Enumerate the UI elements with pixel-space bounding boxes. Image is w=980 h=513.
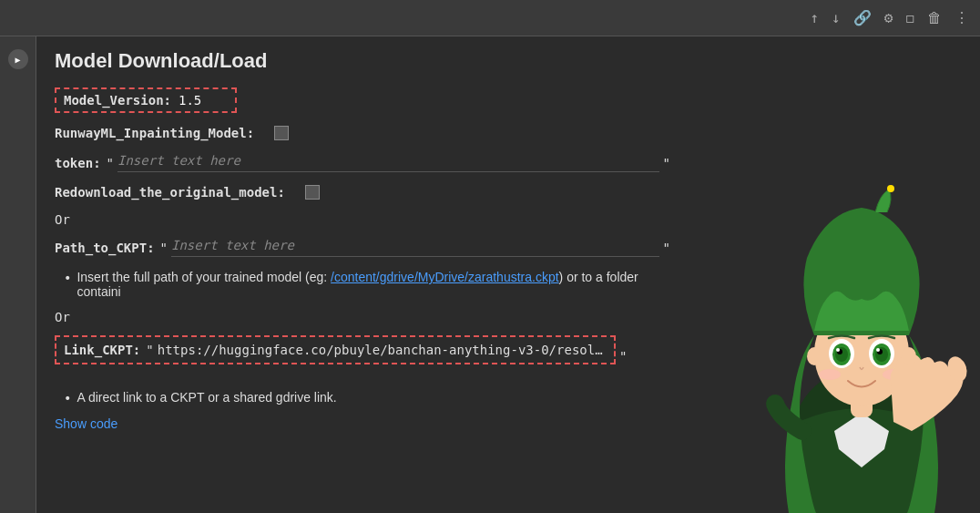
or-text-2: Or xyxy=(55,310,670,324)
page-title: Model Download/Load xyxy=(55,49,670,73)
token-input-area: Insert text here xyxy=(117,153,659,172)
bullet-dot-2: • xyxy=(64,391,71,405)
runway-label: RunwayML_Inpainting_Model: xyxy=(55,126,254,140)
link-icon[interactable]: 🔗 xyxy=(853,9,872,26)
model-version-row: Model_Version: 1.5 ▼ xyxy=(55,87,670,113)
more-options-icon[interactable]: ⋮ xyxy=(954,9,969,26)
gear-icon[interactable]: ⚙ xyxy=(884,9,893,26)
top-toolbar: ↑ ↓ 🔗 ⚙ ◻ 🗑 ⋮ xyxy=(0,0,980,36)
path-input-area: Insert text here xyxy=(171,238,659,257)
bullet-text-2: A direct link to a CKPT or a shared gdri… xyxy=(77,390,336,405)
path-input[interactable]: Insert text here xyxy=(171,238,659,252)
arrow-down-icon[interactable]: ↓ xyxy=(832,9,841,26)
anime-character xyxy=(743,185,980,513)
ckpt-quote-start: " xyxy=(146,343,153,357)
token-label: token: xyxy=(55,156,101,170)
token-row: token: " Insert text here " xyxy=(55,153,670,172)
svg-point-17 xyxy=(807,347,822,365)
link-ckpt-box: Link_CKPT: " https://huggingface.co/pbuy… xyxy=(55,335,616,364)
bullet-dot-1: • xyxy=(64,271,71,285)
path-ckpt-row: Path_to_CKPT: " Insert text here " xyxy=(55,238,670,257)
link-ckpt-value[interactable]: https://huggingface.co/pbuyle/banchan-an… xyxy=(158,343,607,357)
svg-point-18 xyxy=(902,347,916,365)
arrow-up-icon[interactable]: ↑ xyxy=(810,9,819,26)
svg-point-13 xyxy=(876,348,880,352)
bullet-text-1: Insert the full path of your trained mod… xyxy=(77,270,670,299)
trash-icon[interactable]: 🗑 xyxy=(927,9,942,26)
run-button[interactable]: ▶ xyxy=(8,49,28,69)
copy-icon[interactable]: ◻ xyxy=(905,9,914,26)
redownload-label: Redownload_the_original_model: xyxy=(55,185,285,200)
model-version-box: Model_Version: 1.5 xyxy=(55,87,237,113)
redownload-checkbox[interactable] xyxy=(305,185,320,200)
link-ckpt-container: Link_CKPT: " https://huggingface.co/pbuy… xyxy=(55,335,670,377)
left-gutter: ▶ xyxy=(0,36,36,513)
path-quote-start: " xyxy=(160,241,168,255)
link-ckpt-label: Link_CKPT: xyxy=(64,343,140,357)
ckpt-quote-end: " xyxy=(619,349,627,364)
model-version-value: 1.5 xyxy=(179,93,201,108)
bullet-row-1: • Insert the full path of your trained m… xyxy=(55,270,670,299)
svg-point-3 xyxy=(887,185,894,192)
svg-point-12 xyxy=(836,348,840,352)
token-input[interactable]: Insert text here xyxy=(117,153,659,168)
token-quote-start: " xyxy=(107,156,114,170)
content-area: Model Download/Load Model_Version: 1.5 ▼… xyxy=(36,36,689,513)
model-version-label: Model_Version: xyxy=(64,93,171,108)
path-ckpt-label: Path_to_CKPT: xyxy=(55,241,155,255)
main-container: ▶ Model Download/Load Model_Version: 1.5… xyxy=(0,36,980,513)
runway-checkbox[interactable] xyxy=(274,126,289,140)
bullet1-pre-text: Insert the full path of your trained mod… xyxy=(77,270,331,284)
or-text-1: Or xyxy=(55,212,670,227)
token-quote-end: " xyxy=(663,156,670,170)
path-quote-end: " xyxy=(663,241,670,255)
bullet-row-2: • A direct link to a CKPT or a shared gd… xyxy=(55,390,670,405)
gdrive-link[interactable]: /content/gdrive/MyDrive/zarathustra.ckpt xyxy=(331,270,559,284)
show-code-link[interactable]: Show code xyxy=(55,416,117,431)
runway-row: RunwayML_Inpainting_Model: xyxy=(55,126,670,140)
right-panel xyxy=(689,36,980,513)
redownload-row: Redownload_the_original_model: xyxy=(55,185,670,200)
svg-point-14 xyxy=(819,369,841,380)
